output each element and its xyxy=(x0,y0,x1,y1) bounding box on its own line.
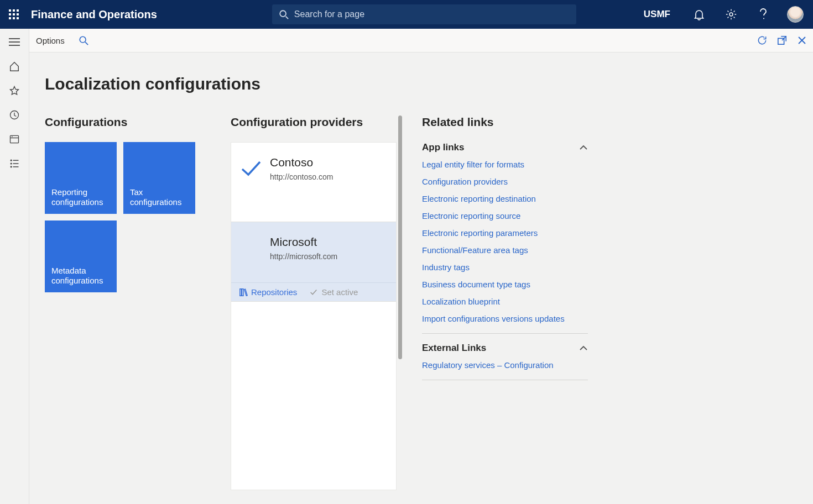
avatar xyxy=(787,6,804,23)
external-links-toggle[interactable]: External Links xyxy=(422,343,588,354)
svg-rect-0 xyxy=(9,9,11,12)
svg-point-20 xyxy=(11,160,12,161)
external-links-section: External Links Regulatory services – Con… xyxy=(422,343,588,380)
action-bar: Options xyxy=(29,29,813,53)
provider-actions: Repositories Set active xyxy=(231,282,396,301)
check-icon xyxy=(309,288,318,297)
provider-card-contoso[interactable]: Contoso http://contoso.com xyxy=(231,143,396,222)
provider-url: http://microsoft.com xyxy=(270,252,337,261)
svg-rect-8 xyxy=(17,17,19,19)
configurations-header: Configurations xyxy=(45,116,205,129)
svg-rect-5 xyxy=(17,13,19,15)
app-launcher-icon[interactable] xyxy=(7,7,21,22)
provider-card-microsoft[interactable]: Microsoft http://microsoft.com Repositor… xyxy=(231,222,396,302)
svg-line-27 xyxy=(85,42,88,45)
svg-point-24 xyxy=(11,166,12,167)
check-icon xyxy=(239,156,263,209)
search-input[interactable] xyxy=(294,9,570,19)
repositories-button[interactable]: Repositories xyxy=(239,287,297,297)
svg-rect-6 xyxy=(9,17,11,19)
set-active-button: Set active xyxy=(309,287,358,297)
section-title: App links xyxy=(422,142,465,153)
svg-rect-4 xyxy=(13,13,15,15)
svg-rect-1 xyxy=(13,9,15,12)
gear-icon[interactable] xyxy=(720,3,742,25)
svg-point-12 xyxy=(763,18,764,19)
tile-reporting-configurations[interactable]: Reporting configurations xyxy=(45,142,117,214)
repositories-label: Repositories xyxy=(251,287,297,297)
related-links-column: Related links App links Legal entity fil… xyxy=(422,116,588,490)
chevron-up-icon xyxy=(579,145,588,150)
svg-rect-2 xyxy=(17,9,19,12)
link-legal-entity-filter[interactable]: Legal entity filter for formats xyxy=(422,160,588,169)
page-search-icon[interactable] xyxy=(76,33,91,48)
tile-label: Reporting configurations xyxy=(51,187,110,207)
configurations-column: Configurations Reporting configurations … xyxy=(45,116,205,490)
link-import-config-versions[interactable]: Import configurations versions updates xyxy=(422,314,588,323)
svg-point-9 xyxy=(280,11,286,17)
link-regulatory-services[interactable]: Regulatory services – Configuration xyxy=(422,360,588,370)
scrollbar[interactable] xyxy=(398,116,402,359)
chevron-up-icon xyxy=(579,345,588,351)
svg-rect-17 xyxy=(11,135,19,143)
link-er-source[interactable]: Electronic reporting source xyxy=(422,211,588,221)
nav-rail xyxy=(0,29,29,504)
modules-icon[interactable] xyxy=(7,156,22,171)
svg-point-11 xyxy=(729,13,733,16)
search-box[interactable] xyxy=(272,4,576,24)
tile-label: Tax configurations xyxy=(130,187,189,207)
link-industry-tags[interactable]: Industry tags xyxy=(422,262,588,272)
tile-tax-configurations[interactable]: Tax configurations xyxy=(123,142,195,214)
notifications-icon[interactable] xyxy=(688,3,710,25)
svg-rect-3 xyxy=(9,13,11,15)
refresh-icon[interactable] xyxy=(754,33,770,48)
workspaces-icon[interactable] xyxy=(7,132,22,147)
app-links-toggle[interactable]: App links xyxy=(422,142,588,153)
books-icon xyxy=(239,288,248,297)
link-configuration-providers[interactable]: Configuration providers xyxy=(422,177,588,186)
provider-name: Microsoft xyxy=(270,235,337,249)
close-icon[interactable] xyxy=(794,33,810,48)
provider-url: http://contoso.com xyxy=(270,172,333,181)
main-content: Localization configurations Configuratio… xyxy=(29,53,813,504)
set-active-label: Set active xyxy=(321,287,358,297)
link-localization-blueprint[interactable]: Localization blueprint xyxy=(422,297,588,306)
provider-check-placeholder xyxy=(239,235,263,279)
help-icon[interactable] xyxy=(752,3,774,25)
tile-metadata-configurations[interactable]: Metadata configurations xyxy=(45,221,117,292)
svg-rect-7 xyxy=(13,17,15,19)
svg-point-26 xyxy=(80,36,86,43)
provider-name: Contoso xyxy=(270,156,333,169)
legal-entity[interactable]: USMF xyxy=(636,9,678,20)
options-button[interactable]: Options xyxy=(36,36,65,45)
favorites-icon[interactable] xyxy=(7,83,22,98)
svg-point-22 xyxy=(11,163,12,164)
search-icon xyxy=(279,9,289,19)
nav-hamburger-icon[interactable] xyxy=(7,34,22,50)
page-title: Localization configurations xyxy=(45,75,813,93)
user-avatar[interactable] xyxy=(784,3,806,25)
section-title: External Links xyxy=(422,343,486,354)
tile-label: Metadata configurations xyxy=(51,266,110,286)
svg-line-10 xyxy=(285,17,288,19)
link-functional-tags[interactable]: Functional/Feature area tags xyxy=(422,245,588,255)
recent-icon[interactable] xyxy=(7,107,22,123)
providers-list: Contoso http://contoso.com Microsoft htt… xyxy=(231,142,397,490)
app-links-section: App links Legal entity filter for format… xyxy=(422,142,588,334)
providers-column: Configuration providers Contoso http://c… xyxy=(231,116,397,490)
home-icon[interactable] xyxy=(7,59,22,74)
topbar: Finance and Operations USMF xyxy=(0,0,813,29)
link-er-destination[interactable]: Electronic reporting destination xyxy=(422,194,588,203)
related-links-header: Related links xyxy=(422,116,588,129)
providers-header: Configuration providers xyxy=(231,116,397,129)
popout-icon[interactable] xyxy=(774,33,790,48)
link-er-parameters[interactable]: Electronic reporting parameters xyxy=(422,228,588,238)
app-title: Finance and Operations xyxy=(31,8,157,21)
link-business-doc-tags[interactable]: Business document type tags xyxy=(422,280,588,289)
